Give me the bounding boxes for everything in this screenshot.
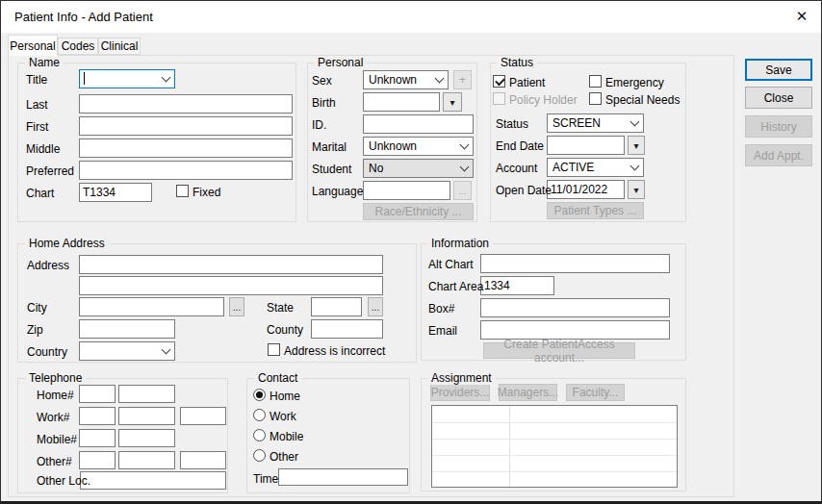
close-button[interactable]: ✕ (790, 6, 813, 27)
chart-label: Chart (26, 187, 54, 200)
grid-row-line (432, 422, 677, 423)
birth-label: Birth (312, 96, 336, 110)
other-loc-input[interactable] (80, 471, 226, 490)
country-label: Country (27, 345, 67, 359)
race-ethnicity-button: Race/Ethnicity ... (363, 203, 474, 220)
box-number-input[interactable] (480, 298, 670, 317)
radio-dot-icon (256, 391, 263, 398)
other-phone-label: Other# (37, 455, 72, 468)
language-label: Language (312, 185, 363, 198)
state-browse-button[interactable]: ... (368, 297, 383, 316)
assignment-list[interactable] (431, 405, 678, 488)
account-combobox[interactable]: ACTIVE (547, 158, 644, 177)
tab-clinical[interactable]: Clinical (98, 38, 141, 55)
county-input[interactable] (311, 319, 383, 339)
open-date-dropdown-button[interactable]: ▾ (628, 180, 645, 199)
contact-mobile-radio[interactable] (253, 429, 266, 441)
sex-label: Sex (312, 74, 332, 88)
tab-personal[interactable]: Personal (8, 35, 58, 56)
address-incorrect-checkbox[interactable] (268, 343, 280, 356)
state-input[interactable] (311, 297, 362, 316)
middle-input[interactable] (79, 139, 293, 158)
patient-info-dialog: Patient Info - Add Patient ✕ Personal Co… (0, 0, 822, 504)
home-phone-area-input[interactable] (79, 385, 116, 403)
city-browse-button[interactable]: ... (229, 297, 244, 316)
alt-chart-input[interactable] (480, 254, 670, 273)
first-label: First (26, 120, 48, 134)
sex-add-button: + (453, 70, 472, 89)
window-title: Patient Info - Add Patient (14, 10, 153, 24)
end-date-dropdown-button[interactable]: ▾ (628, 136, 645, 155)
zip-input[interactable] (79, 319, 175, 339)
special-needs-checkbox[interactable] (589, 92, 602, 105)
city-label: City (27, 301, 47, 315)
mobile-phone-label: Mobile# (37, 433, 77, 446)
status-combobox[interactable]: SCREEN (547, 113, 644, 133)
address-line1-input[interactable] (79, 255, 383, 274)
create-patientaccess-account-button: Create PatientAccess account... (483, 342, 635, 359)
address-incorrect-label: Address is incorrect (284, 344, 385, 358)
address-line2-input[interactable] (79, 276, 383, 295)
preferred-input[interactable] (79, 161, 293, 180)
middle-label: Middle (26, 142, 60, 156)
contact-work-radio[interactable] (253, 409, 266, 421)
sex-combobox[interactable]: Unknown (363, 70, 449, 89)
other-phone-number-input[interactable] (118, 451, 175, 469)
add-appt-button: Add Appt. (745, 144, 812, 166)
id-input[interactable] (363, 114, 474, 134)
policy-holder-label: Policy Holder (509, 93, 578, 107)
first-input[interactable] (79, 116, 293, 136)
language-browse-button: ... (453, 181, 472, 200)
birth-date-dropdown-button[interactable]: ▾ (443, 92, 462, 112)
chart-area-input[interactable] (480, 276, 554, 295)
status-group-title: Status (497, 56, 537, 69)
mobile-phone-number-input[interactable] (118, 429, 175, 447)
work-phone-area-input[interactable] (79, 407, 116, 425)
ellipsis-icon: ... (372, 302, 379, 313)
work-phone-ext-input[interactable] (180, 407, 226, 425)
emergency-checkbox[interactable] (589, 75, 602, 88)
faculty-button: Faculty... (566, 384, 625, 401)
home-phone-number-input[interactable] (118, 385, 175, 403)
fixed-label: Fixed (193, 186, 220, 199)
contact-home-radio[interactable] (253, 389, 266, 401)
mobile-phone-area-input[interactable] (79, 429, 116, 447)
country-combobox[interactable] (79, 341, 175, 361)
last-input[interactable] (79, 94, 293, 113)
other-phone-area-input[interactable] (79, 451, 116, 469)
assignment-group-title: Assignment (427, 371, 496, 385)
sex-combobox-value: Unknown (369, 73, 417, 87)
time-input[interactable] (278, 468, 408, 486)
work-phone-number-input[interactable] (118, 407, 175, 425)
birth-input[interactable] (363, 92, 440, 112)
contact-home-label: Home (270, 390, 300, 403)
close-icon: ✕ (796, 8, 809, 25)
contact-other-label: Other (270, 450, 298, 464)
close-dialog-button[interactable]: Close (745, 87, 812, 109)
save-button[interactable]: Save (745, 59, 812, 81)
open-date-input[interactable] (547, 180, 625, 199)
city-input[interactable] (79, 297, 224, 316)
language-input[interactable] (363, 181, 450, 200)
zip-label: Zip (27, 323, 43, 337)
ellipsis-icon: ... (458, 186, 466, 196)
chart-input[interactable] (79, 183, 152, 202)
student-combobox: No (363, 159, 474, 178)
tab-codes[interactable]: Codes (58, 38, 98, 55)
chevron-down-icon (460, 163, 470, 172)
title-combobox[interactable] (79, 69, 175, 88)
patient-checkbox[interactable] (493, 75, 505, 88)
end-date-input[interactable] (547, 136, 625, 155)
work-phone-label: Work# (37, 411, 69, 424)
check-icon (495, 76, 505, 87)
marital-combobox[interactable]: Unknown (363, 137, 474, 156)
contact-other-radio[interactable] (253, 449, 266, 462)
home-address-group-title: Home Address (25, 237, 109, 250)
fixed-checkbox[interactable] (176, 185, 189, 197)
chevron-down-icon (435, 74, 445, 84)
id-label: ID. (312, 118, 326, 132)
special-needs-label: Special Needs (605, 93, 680, 107)
dropdown-arrow-icon: ▾ (450, 97, 454, 108)
last-label: Last (26, 98, 48, 112)
other-phone-ext-input[interactable] (180, 451, 226, 469)
